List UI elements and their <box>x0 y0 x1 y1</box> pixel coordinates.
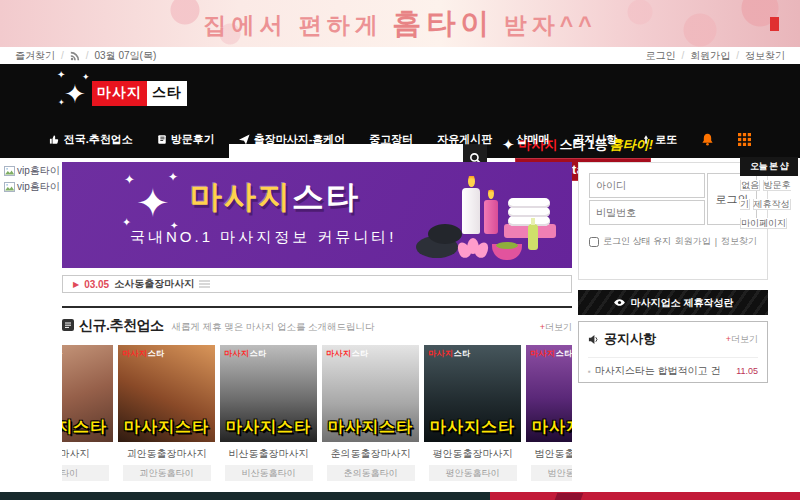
eye-icon <box>613 298 626 307</box>
join-link[interactable]: 회원가입 <box>690 49 730 63</box>
utility-bar: 즐겨찾기 / / 03월 07일(목) 로그인 / 회원가입 / 정보찾기 <box>0 47 800 64</box>
shop-name: 평안동출장마사지 <box>424 447 521 461</box>
quick-menu-header: 오늘 본 샵 <box>740 157 798 176</box>
broken-image-icon <box>4 166 15 176</box>
play-icon: ▶ <box>73 280 79 289</box>
top-ad-text-part1: 집에서 편하게 <box>203 12 382 38</box>
notice-ticker[interactable]: ▶ 03.05 소사동출장마사지 <box>62 275 572 293</box>
footer-strip-mark <box>555 493 584 500</box>
top-ad-text-part3: 받자^^ <box>504 12 597 38</box>
quick-menu: 오늘 본 샵 없음 방문후기 제휴작성 마이페이지 <box>740 157 798 233</box>
new-badge-icon <box>199 280 210 288</box>
shop-tag: 평안동홈타이 <box>429 465 517 481</box>
nav-flea-market[interactable]: 중고장터 <box>369 132 413 147</box>
notice-item-date: 11.05 <box>736 366 758 376</box>
footer-strip-dark <box>0 492 490 500</box>
nav-free-board[interactable]: 자유게시판 <box>437 132 492 147</box>
shop-name: 춘의동출장마사지 <box>322 447 419 461</box>
logo-text-white: 스타 <box>147 81 187 106</box>
find-info-link[interactable]: 정보찾기 <box>721 235 757 248</box>
left-banner-links: vip홈타이 vip홈타이 <box>4 163 60 195</box>
shop-photo: 마사지스타 마사지스타 <box>118 345 215 442</box>
notice-widget-title: 공지사항 <box>604 330 656 348</box>
shop-tag: 범안동홈타이 <box>531 465 573 481</box>
shop-tag: 홈타이 <box>62 465 109 481</box>
top-ad-banner[interactable]: 집에서 편하게 홈타이 받자^^ <box>0 0 800 47</box>
speaker-icon <box>588 334 599 345</box>
favorites-link[interactable]: 즐겨찾기 <box>15 49 55 63</box>
nav-shop-trade[interactable]: 샵매매 <box>516 132 549 147</box>
grid-icon <box>738 133 751 146</box>
top-ad-text: 집에서 편하게 홈타이 받자^^ <box>203 4 596 44</box>
shop-cards-row: 마사지스타 마사지스타 출장마사지 홈타이 마사지스타 마사지스타 괴안동출장마… <box>62 345 572 481</box>
shop-photo: 마사지스타 마사지스타 <box>424 345 521 442</box>
paper-plane-icon <box>239 134 250 145</box>
broken-image-icon <box>4 182 15 192</box>
notice-more-link[interactable]: +더보기 <box>726 333 758 346</box>
alerts-button[interactable] <box>701 133 714 146</box>
notice-date: 03.05 <box>84 279 109 290</box>
nav-mobile-massage[interactable]: 출장마사지-홈케어 <box>239 132 346 147</box>
list-icon <box>62 319 74 331</box>
bell-icon <box>701 133 714 146</box>
login-password-field[interactable] <box>589 200 705 225</box>
shop-photo: 마사지스타 마사지스타 <box>526 345 572 442</box>
vip-homethai-link[interactable]: vip홈타이 <box>4 163 60 179</box>
footer-strip-red <box>490 492 800 500</box>
section-title: 신규.추천업소 <box>79 317 163 335</box>
nav-lotto[interactable]: 로또 <box>641 132 677 147</box>
notice-title: 소사동출장마사지 <box>114 277 194 291</box>
login-id-field[interactable] <box>589 173 705 198</box>
nav-recommended-shops[interactable]: 전국.추천업소 <box>49 132 133 147</box>
hero-title: 마사지스타 <box>190 176 360 220</box>
section-subtitle: 새롭게 제휴 맺은 마사지 업소를 소개해드립니다 <box>171 321 374 334</box>
shop-card[interactable]: 마사지스타 마사지스타 괴안동출장마사지 괴안동홈타이 <box>118 345 215 481</box>
today-date: 03월 07일(목) <box>95 49 157 63</box>
rss-icon[interactable] <box>70 51 80 61</box>
sparkle-icon: ✦✦✦✦ <box>58 76 92 110</box>
shop-card[interactable]: 마사지스타 마사지스타 춘의동출장마사지 춘의동홈타이 <box>322 345 419 481</box>
login-link[interactable]: 로그인 <box>645 49 675 63</box>
section-header: 신규.추천업소 새롭게 제휴 맺은 마사지 업소를 소개해드립니다 +더보기 <box>62 306 572 335</box>
notice-widget: 공지사항 +더보기 ▪ 마사지스타는 합법적이고 건 11.05 <box>578 321 768 383</box>
keep-login-label: 로그인 상태 유지 <box>603 235 671 248</box>
quick-item-partner-write[interactable]: 제휴작성 <box>753 199 791 210</box>
shop-name: 출장마사지 <box>62 447 113 461</box>
shop-tag: 괴안동홈타이 <box>123 465 211 481</box>
hero-subtitle: 국내NO.1 마사지정보 커뮤니티! <box>130 228 397 247</box>
top-ad-text-part2: 홈타이 <box>392 7 494 39</box>
shop-card[interactable]: 마사지스타 마사지스타 범안동출장마사지 범안동홈타이 <box>526 345 572 481</box>
find-info-link[interactable]: 정보찾기 <box>745 49 785 63</box>
shop-tag: 춘의동홈타이 <box>327 465 415 481</box>
shop-name: 비산동출장마사지 <box>220 447 317 461</box>
spa-illustration <box>400 162 560 268</box>
shop-name: 괴안동출장마사지 <box>118 447 215 461</box>
notice-item[interactable]: ▪ 마사지스타는 합법적이고 건 11.05 <box>588 357 758 378</box>
nav-notices[interactable]: 공지사항 <box>573 132 617 147</box>
main-content: ✦✦✦✦✦ 마사지스타 국내NO.1 마사지정보 커뮤니티! ▶ 03.05 소… <box>62 162 572 493</box>
quick-item-mypage[interactable]: 마이페이지 <box>740 218 787 229</box>
hero-banner[interactable]: ✦✦✦✦✦ 마사지스타 국내NO.1 마사지정보 커뮤니티! <box>62 162 572 268</box>
shop-card[interactable]: 마사지스타 마사지스타 출장마사지 홈타이 <box>62 345 113 481</box>
all-menu-button[interactable] <box>738 133 751 146</box>
shop-photo: 마사지스타 마사지스타 <box>322 345 419 442</box>
nav-visit-reviews[interactable]: 방문후기 <box>157 132 215 147</box>
lotto-ticket-icon <box>641 134 651 145</box>
quick-item-none[interactable]: 없음 <box>740 180 760 191</box>
shop-tag: 비산동홈타이 <box>225 465 313 481</box>
shop-card[interactable]: 마사지스타 마사지스타 평안동출장마사지 평안동홈타이 <box>424 345 521 481</box>
shop-photo: 마사지스타 마사지스타 <box>220 345 317 442</box>
thumbs-up-icon <box>49 134 60 145</box>
shop-card[interactable]: 마사지스타 마사지스타 비산동출장마사지 비산동홈타이 <box>220 345 317 481</box>
sparkle-icon: ✦✦✦✦✦ <box>128 176 180 232</box>
banner-red-chip <box>770 17 779 31</box>
vip-homethai-link[interactable]: vip홈타이 <box>4 179 60 195</box>
join-link[interactable]: 회원가입 <box>675 235 711 248</box>
section-more-link[interactable]: +더보기 <box>540 321 572 334</box>
book-icon <box>157 134 167 145</box>
keep-login-checkbox[interactable] <box>589 237 599 247</box>
shop-name: 범안동출장마사지 <box>526 447 572 461</box>
site-logo[interactable]: ✦✦✦✦ 마사지 스타 <box>58 76 187 110</box>
partner-write-banner[interactable]: 마사지업소 제휴작성란 <box>578 290 768 315</box>
logo-text-red: 마사지 <box>92 81 147 106</box>
